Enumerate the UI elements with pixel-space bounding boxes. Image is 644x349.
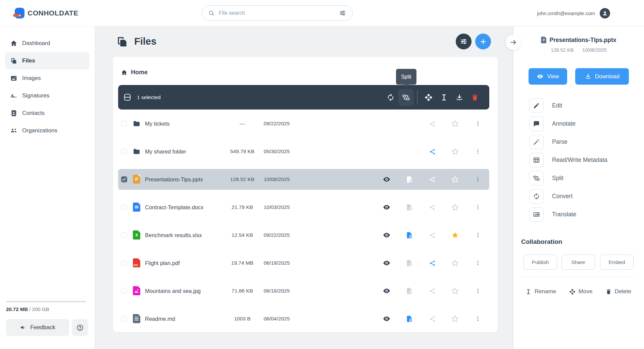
detail-action-parse[interactable]: Parse bbox=[521, 135, 607, 149]
share-button[interactable]: Share bbox=[561, 255, 595, 270]
file-row[interactable]: PDFFlight plan.pdf19.74 MB06/18/2025 bbox=[118, 253, 489, 273]
translate-icon[interactable]: AZ bbox=[529, 207, 544, 222]
row-checkbox[interactable] bbox=[121, 260, 127, 266]
row-checkbox[interactable] bbox=[121, 176, 127, 182]
processed-doc-icon[interactable] bbox=[398, 280, 421, 301]
processed-doc-icon[interactable] bbox=[398, 197, 421, 218]
detail-action-translate[interactable]: AZTranslate bbox=[521, 207, 607, 222]
refresh-icon[interactable] bbox=[529, 189, 544, 204]
preview-eye-icon[interactable] bbox=[375, 169, 398, 190]
row-checkbox[interactable] bbox=[121, 148, 127, 155]
detail-action-edit[interactable]: Edit bbox=[521, 98, 607, 113]
file-row[interactable]: Mountains and sea.jpg71.86 KB06/16/2025 bbox=[118, 280, 489, 301]
star-icon[interactable] bbox=[444, 197, 466, 218]
rename-selected-button[interactable] bbox=[436, 89, 452, 106]
file-row[interactable]: My shared folder549.79 KB05/30/2025 bbox=[118, 141, 489, 162]
preview-eye-icon[interactable] bbox=[375, 253, 398, 273]
preview-eye-icon[interactable] bbox=[375, 280, 398, 301]
file-row[interactable]: PPresentations-Tips.pptx128.52 KB10/08/2… bbox=[118, 169, 489, 190]
detail-action-annotate[interactable]: Annotate bbox=[521, 117, 607, 131]
detail-action-split[interactable]: Split bbox=[521, 171, 607, 185]
embed-button[interactable]: Embed bbox=[600, 255, 634, 270]
split-selected-button[interactable] bbox=[398, 89, 414, 106]
processed-doc-icon[interactable] bbox=[398, 308, 421, 329]
row-menu-icon[interactable] bbox=[466, 253, 489, 273]
sidebar-item-dashboard[interactable]: Dashboard bbox=[5, 35, 90, 52]
share-icon[interactable] bbox=[421, 169, 444, 190]
sidebar-item-signatures[interactable]: Signatures bbox=[5, 87, 90, 104]
preview-eye-icon[interactable] bbox=[375, 308, 398, 329]
share-icon[interactable] bbox=[421, 280, 444, 301]
processed-doc-icon[interactable] bbox=[398, 169, 421, 190]
row-checkbox[interactable] bbox=[121, 121, 127, 127]
split-tooltip: Split bbox=[396, 69, 416, 85]
user-menu[interactable]: john.smith@example.com bbox=[537, 0, 610, 26]
share-icon[interactable] bbox=[421, 308, 444, 329]
pencil-icon[interactable] bbox=[529, 98, 544, 113]
move-button[interactable]: Move bbox=[569, 288, 593, 295]
download-selected-button[interactable] bbox=[452, 89, 467, 106]
row-menu-icon[interactable] bbox=[466, 225, 489, 246]
move-icon bbox=[425, 93, 433, 101]
row-menu-icon[interactable] bbox=[466, 113, 489, 134]
delete-selected-button[interactable] bbox=[467, 89, 483, 106]
detail-action-read-write-metadata[interactable]: Read/Write Metadata bbox=[521, 153, 607, 167]
row-menu-icon[interactable] bbox=[466, 280, 489, 301]
delete-button[interactable]: Delete bbox=[605, 288, 631, 295]
brand-logo[interactable]: CONHOLDATE bbox=[15, 8, 79, 18]
row-checkbox[interactable] bbox=[121, 288, 127, 294]
preview-eye-icon[interactable] bbox=[375, 197, 398, 218]
detail-action-convert[interactable]: Convert bbox=[521, 189, 607, 204]
wand-icon[interactable] bbox=[529, 135, 544, 149]
file-row[interactable]: My tickets—09/22/2025 bbox=[118, 113, 489, 134]
star-icon[interactable] bbox=[444, 225, 466, 246]
row-menu-icon[interactable] bbox=[466, 169, 489, 190]
comment-icon[interactable] bbox=[529, 117, 544, 131]
share-icon[interactable] bbox=[421, 113, 444, 134]
list-settings-button[interactable] bbox=[456, 34, 472, 49]
publish-button[interactable]: Publish bbox=[524, 255, 557, 270]
help-button[interactable] bbox=[72, 319, 88, 336]
share-icon[interactable] bbox=[421, 225, 444, 246]
select-all-checkbox[interactable] bbox=[123, 93, 131, 101]
row-checkbox[interactable] bbox=[121, 232, 127, 238]
sidebar-item-contacts[interactable]: Contacts bbox=[5, 104, 90, 122]
row-menu-icon[interactable] bbox=[466, 197, 489, 218]
sidebar-item-files[interactable]: Files bbox=[5, 52, 90, 70]
row-checkbox[interactable] bbox=[121, 316, 127, 322]
file-row[interactable]: XBenchmark results.xlsx12.54 KB09/22/202… bbox=[118, 225, 489, 246]
row-checkbox[interactable] bbox=[121, 204, 127, 210]
move-selected-button[interactable] bbox=[421, 89, 436, 106]
sidebar-item-images[interactable]: Images bbox=[5, 70, 90, 87]
share-icon[interactable] bbox=[421, 253, 444, 273]
rename-button[interactable]: Rename bbox=[525, 288, 556, 295]
star-icon[interactable] bbox=[444, 308, 466, 329]
star-icon[interactable] bbox=[444, 113, 466, 134]
add-file-button[interactable] bbox=[475, 34, 491, 49]
convert-selected-button[interactable] bbox=[383, 89, 398, 106]
trash-icon bbox=[605, 289, 612, 295]
processed-doc-icon[interactable] bbox=[398, 225, 421, 246]
share-icon[interactable] bbox=[421, 197, 444, 218]
star-icon[interactable] bbox=[444, 253, 466, 273]
file-row[interactable]: WContract-Template.docx21.79 KB10/03/202… bbox=[118, 197, 489, 218]
share-icon[interactable] bbox=[421, 141, 444, 162]
file-row[interactable]: Readme.md1003 B06/04/2025 bbox=[118, 308, 489, 329]
row-menu-icon[interactable] bbox=[466, 141, 489, 162]
row-menu-icon[interactable] bbox=[466, 308, 489, 329]
table-icon[interactable] bbox=[529, 153, 544, 167]
download-button[interactable]: Download bbox=[575, 68, 629, 85]
view-button[interactable]: View bbox=[529, 68, 567, 85]
processed-doc-icon[interactable] bbox=[398, 253, 421, 273]
star-icon[interactable] bbox=[444, 169, 466, 190]
user-avatar-icon[interactable] bbox=[600, 8, 610, 18]
star-icon[interactable] bbox=[444, 141, 466, 162]
breadcrumb-home[interactable]: Home bbox=[121, 69, 148, 76]
search-input[interactable] bbox=[219, 10, 335, 16]
search-filter-icon[interactable] bbox=[339, 9, 346, 17]
sidebar-item-organizations[interactable]: Organizations bbox=[5, 122, 90, 139]
split-icon[interactable] bbox=[529, 171, 544, 185]
star-icon[interactable] bbox=[444, 280, 466, 301]
preview-eye-icon[interactable] bbox=[375, 225, 398, 246]
feedback-button[interactable]: Feedback bbox=[6, 319, 69, 336]
